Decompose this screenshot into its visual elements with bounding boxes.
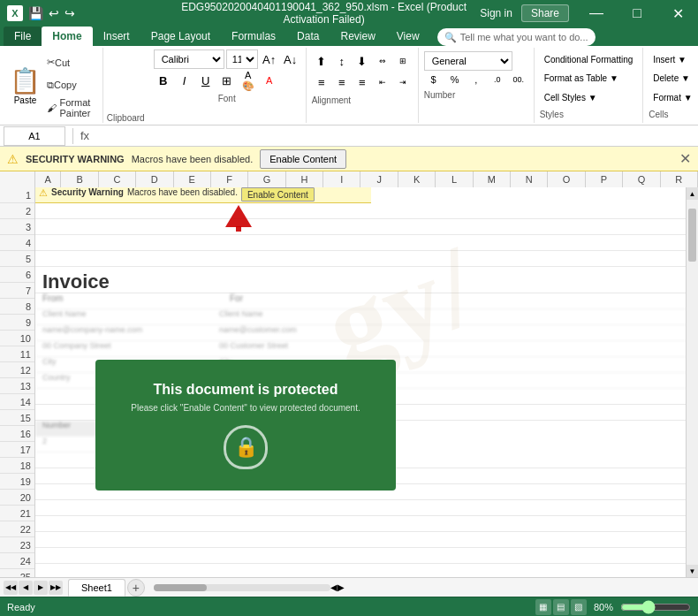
search-box[interactable]: 🔍 Tell me what you want to do... [437, 28, 596, 46]
tab-home[interactable]: Home [42, 27, 92, 46]
col-header-g[interactable]: G [248, 171, 285, 187]
align-right-button[interactable]: ≡ [353, 72, 372, 92]
scroll-down-button[interactable]: ▼ [687, 565, 698, 577]
cell-styles-button[interactable]: Cell Styles ▼ [540, 89, 638, 106]
scroll-track[interactable] [687, 200, 698, 565]
sign-in-label[interactable]: Sign in [471, 7, 521, 19]
row-12[interactable]: 12 [0, 362, 34, 378]
comma-button[interactable]: , [467, 72, 486, 87]
increase-decimal-button[interactable]: 00. [509, 72, 528, 87]
col-header-j[interactable]: J [360, 171, 398, 187]
align-top-button[interactable]: ⬆ [312, 51, 331, 71]
formula-input[interactable] [93, 130, 698, 142]
col-header-c[interactable]: C [99, 171, 136, 187]
row-1[interactable]: 1 [0, 187, 34, 203]
font-color-button[interactable]: A [260, 71, 279, 90]
h-scroll-right-button[interactable]: ▶ [338, 582, 345, 592]
col-header-d[interactable]: D [136, 171, 173, 187]
col-header-e[interactable]: E [174, 171, 211, 187]
font-size-select[interactable]: 11 [226, 49, 258, 69]
underline-button[interactable]: U [196, 71, 216, 90]
col-header-h[interactable]: H [286, 171, 323, 187]
border-button[interactable]: ⊞ [217, 71, 237, 90]
maximize-button[interactable]: □ [617, 0, 657, 27]
col-header-k[interactable]: K [398, 171, 436, 187]
col-header-q[interactable]: Q [623, 171, 660, 187]
col-header-o[interactable]: O [548, 171, 585, 187]
sheet-prev-button[interactable]: ◀◀ [4, 581, 18, 595]
sheet-nav-right-button[interactable]: ▶ [34, 581, 48, 595]
decrease-indent-button[interactable]: ⇤ [373, 72, 392, 92]
col-header-b[interactable]: B [61, 171, 98, 187]
security-warning-close-button[interactable]: ✕ [679, 150, 691, 167]
sheet-next-button[interactable]: ▶▶ [49, 581, 63, 595]
row-13[interactable]: 13 [0, 378, 34, 394]
sheet-nav-left-button[interactable]: ◀ [19, 581, 33, 595]
conditional-formatting-button[interactable]: Conditional Formatting [540, 51, 638, 68]
cut-button[interactable]: ✂ Cut [43, 54, 97, 72]
delete-button[interactable]: Delete ▼ [649, 70, 696, 87]
col-header-p[interactable]: P [586, 171, 623, 187]
row-19[interactable]: 19 [0, 474, 34, 490]
col-header-i[interactable]: I [323, 171, 360, 187]
italic-button[interactable]: I [175, 71, 194, 90]
row-4[interactable]: 4 [0, 235, 34, 251]
increase-font-button[interactable]: A↑ [260, 49, 279, 69]
col-header-r[interactable]: R [661, 171, 698, 187]
copy-button[interactable]: ⧉ Copy [43, 76, 97, 94]
decrease-font-button[interactable]: A↓ [281, 49, 300, 69]
align-bottom-button[interactable]: ⬇ [353, 51, 372, 71]
tab-page-layout[interactable]: Page Layout [140, 27, 221, 46]
col-header-l[interactable]: L [436, 171, 473, 187]
row-2[interactable]: 2 [0, 203, 34, 219]
font-select[interactable]: Calibri [154, 49, 224, 69]
minimize-button[interactable]: — [576, 0, 617, 27]
align-center-button[interactable]: ≡ [332, 72, 352, 92]
save-button[interactable]: 💾 [28, 6, 43, 20]
row-6[interactable]: 6 [0, 267, 34, 283]
normal-view-button[interactable]: ▦ [535, 599, 551, 615]
fill-color-button[interactable]: A🎨 [239, 71, 258, 90]
row-24[interactable]: 24 [0, 553, 34, 569]
page-layout-view-button[interactable]: ▤ [553, 599, 569, 615]
share-button[interactable]: Share [521, 4, 569, 22]
row-3[interactable]: 3 [0, 219, 34, 235]
row-9[interactable]: 9 [0, 315, 34, 331]
paste-button[interactable]: 📋 Paste [9, 51, 42, 119]
close-button[interactable]: ✕ [657, 0, 698, 27]
new-sheet-button[interactable]: + [127, 579, 145, 597]
row-8[interactable]: 8 [0, 299, 34, 315]
format-as-table-button[interactable]: Format as Table ▼ [540, 70, 638, 87]
number-format-select[interactable]: General [424, 51, 512, 71]
page-break-view-button[interactable]: ▧ [571, 599, 587, 615]
col-header-a[interactable]: A [35, 171, 61, 187]
format-painter-button[interactable]: 🖌 Format Painter [43, 99, 97, 117]
format-button[interactable]: Format ▼ [649, 89, 696, 106]
row-10[interactable]: 10 [0, 331, 34, 346]
row-14[interactable]: 14 [0, 394, 34, 410]
row-7[interactable]: 7 [0, 283, 34, 299]
currency-button[interactable]: $ [424, 72, 444, 87]
merge-button[interactable]: ⊞ [393, 51, 413, 71]
align-middle-button[interactable]: ↕ [332, 51, 352, 71]
tab-data[interactable]: Data [286, 27, 330, 46]
insert-button[interactable]: Insert ▼ [649, 51, 696, 68]
row-25[interactable]: 25 [0, 569, 34, 577]
decrease-decimal-button[interactable]: .0 [488, 72, 507, 87]
col-header-n[interactable]: N [511, 171, 548, 187]
percent-button[interactable]: % [445, 72, 465, 87]
h-scroll-left-button[interactable]: ◀ [330, 582, 338, 592]
row-21[interactable]: 21 [0, 506, 34, 521]
row-16[interactable]: 16 [0, 426, 34, 442]
enable-content-button[interactable]: Enable Content [260, 149, 346, 169]
bold-button[interactable]: B [154, 71, 173, 90]
row-5[interactable]: 5 [0, 251, 34, 267]
sheet-enable-content-button[interactable]: Enable Content [241, 187, 315, 202]
col-header-m[interactable]: M [474, 171, 511, 187]
align-left-button[interactable]: ≡ [312, 72, 331, 92]
scroll-up-button[interactable]: ▲ [687, 187, 698, 200]
undo-button[interactable]: ↩ [49, 6, 59, 20]
row-23[interactable]: 23 [0, 537, 34, 553]
name-box[interactable]: A1 [4, 126, 65, 146]
tab-review[interactable]: Review [330, 27, 385, 46]
